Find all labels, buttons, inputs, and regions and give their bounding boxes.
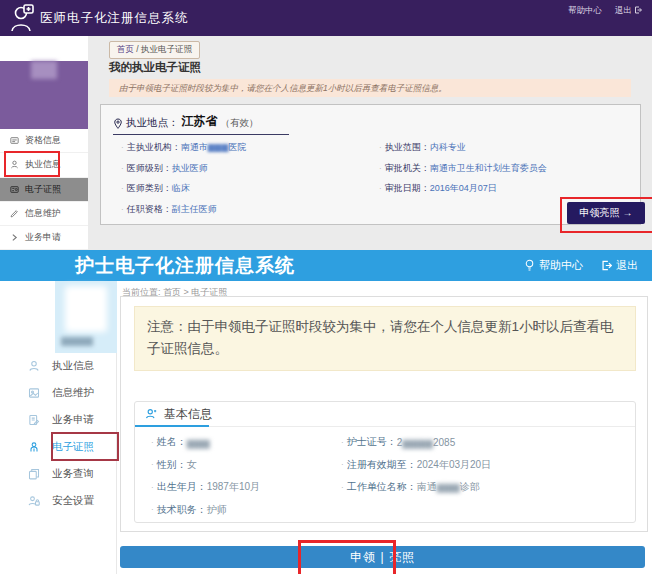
field-row: ·技术职务：护师 bbox=[151, 503, 341, 517]
field-row: ·出生年月：1987年10月 bbox=[151, 480, 341, 494]
sidebar-item-practice-info[interactable]: 执业信息 bbox=[22, 352, 117, 379]
field-row: ·审批日期：2016年04月07日 bbox=[379, 182, 637, 195]
blurred-user-name bbox=[31, 61, 57, 79]
sidebar-item-business-apply[interactable]: 业务申请 bbox=[22, 406, 117, 433]
notice-banner: 注意：由于申领电子证照时段较为集中，请您在个人信息更新1小时以后查看电子证照信息… bbox=[134, 306, 636, 371]
location-pin-icon bbox=[113, 118, 123, 130]
license-card: 执业地点： 江苏省 （有效） ·主执业机构：南通市▆▆▆医院 ·医师级别：执业医… bbox=[100, 104, 641, 225]
breadcrumb: 首页 / 执业电子证照 bbox=[109, 41, 200, 59]
app-title: 医师电子化注册信息系统 bbox=[40, 0, 189, 36]
badge-icon bbox=[28, 441, 40, 453]
field-row: ·医师级别：执业医师 bbox=[121, 162, 379, 175]
logout-icon bbox=[601, 260, 612, 271]
physician-sidebar: 资格信息 执业信息 电子证照 信息维护 业务申请 bbox=[0, 36, 89, 250]
user-panel bbox=[55, 281, 117, 353]
help-center-link[interactable]: 帮助中心 bbox=[568, 0, 602, 20]
field-row: ·工作单位名称：南通▆▆▆诊部 bbox=[341, 480, 621, 494]
frame-icon bbox=[28, 387, 40, 399]
sidebar-item-qualification-info[interactable]: 资格信息 bbox=[0, 129, 88, 153]
fields-right: ·护士证号：2▆▆▆▆2085 ·注册有效期至：2024年03月20日 ·工作单… bbox=[341, 435, 621, 525]
sidebar-item-practice-info[interactable]: 执业信息 bbox=[0, 153, 88, 177]
sidebar-item-business-query[interactable]: 业务查询 bbox=[22, 460, 117, 487]
field-row: ·医师类别：临床 bbox=[121, 182, 379, 195]
nurse-main-card: 注意：由于申领电子证照时段较为集中，请您在个人信息更新1小时以后查看电子证照信息… bbox=[120, 296, 648, 532]
field-row: ·姓名：▆▆▆ bbox=[151, 435, 341, 449]
apply-license-button[interactable]: 申领 | 亮照 bbox=[120, 546, 645, 568]
person-icon bbox=[28, 360, 40, 372]
logout-icon bbox=[634, 6, 642, 14]
chevron-right-icon bbox=[10, 233, 19, 242]
fields-left: ·姓名：▆▆▆ ·性别：女 ·出生年月：1987年10月 ·技术职务：护师 bbox=[151, 435, 341, 525]
sidebar-item-e-license[interactable]: 电子证照 bbox=[22, 433, 117, 460]
card-icon bbox=[10, 136, 19, 145]
basic-info-fields: ·姓名：▆▆▆ ·性别：女 ·出生年月：1987年10月 ·技术职务：护师 ·护… bbox=[151, 435, 621, 525]
sidebar-item-business-apply[interactable]: 业务申请 bbox=[0, 226, 88, 250]
nurse-menu: 执业信息 信息维护 业务申请 电子证照 业务查询 bbox=[22, 352, 117, 514]
field-row: ·性别：女 bbox=[151, 458, 341, 472]
blurred-avatar bbox=[65, 286, 107, 332]
sidebar-item-e-license[interactable]: 电子证照 bbox=[0, 178, 88, 202]
user-panel bbox=[0, 61, 88, 129]
field-row: ·任职资格：副主任医师 bbox=[121, 203, 379, 216]
field-row: ·审批机关：南通市卫生和计划生育委员会 bbox=[379, 162, 637, 175]
header-accent-bar bbox=[135, 425, 209, 427]
fields-left: ·主执业机构：南通市▆▆▆医院 ·医师级别：执业医师 ·医师类别：临床 ·任职资… bbox=[121, 141, 379, 223]
physician-system-window: 医师电子化注册信息系统 帮助中心 退出 bbox=[0, 0, 652, 250]
sidebar-item-security-settings[interactable]: 安全设置 bbox=[22, 487, 117, 514]
sidebar-item-info-maintenance[interactable]: 信息维护 bbox=[22, 379, 117, 406]
field-row: ·护士证号：2▆▆▆▆2085 bbox=[341, 435, 621, 449]
page: 医师电子化注册信息系统 帮助中心 退出 bbox=[0, 0, 652, 574]
person-icon bbox=[10, 160, 19, 169]
bulb-icon bbox=[524, 259, 535, 272]
field-row: ·主执业机构：南通市▆▆▆医院 bbox=[121, 141, 379, 154]
license-fields: ·主执业机构：南通市▆▆▆医院 ·医师级别：执业医师 ·医师类别：临床 ·任职资… bbox=[121, 141, 637, 223]
basic-info-header: 基本信息 bbox=[135, 402, 635, 427]
field-row: ·注册有效期至：2024年03月20日 bbox=[341, 458, 621, 472]
practice-location-heading: 执业地点： 江苏省 （有效） bbox=[113, 113, 289, 135]
logout-link[interactable]: 退出 bbox=[615, 0, 642, 20]
physician-header: 医师电子化注册信息系统 帮助中心 退出 bbox=[0, 0, 652, 36]
physician-main: 首页 / 执业电子证照 我的执业电子证照 由于申领电子证照时段较为集中，请您在个… bbox=[88, 36, 652, 250]
app-title: 护士电子化注册信息系统 bbox=[75, 250, 295, 281]
basic-info-card: 基本信息 ·姓名：▆▆▆ ·性别：女 ·出生年月：1987年10月 ·技术职务：… bbox=[134, 401, 636, 523]
person-icon bbox=[145, 408, 157, 420]
field-row: ·执业范围：内科专业 bbox=[379, 141, 637, 154]
doc-edit-icon bbox=[28, 414, 40, 426]
apply-license-button[interactable]: 申领亮照 → bbox=[567, 202, 645, 224]
nurse-system-window: 护士电子化注册信息系统 帮助中心 退出 bbox=[0, 250, 652, 574]
sidebar-item-info-maintenance[interactable]: 信息维护 bbox=[0, 202, 88, 226]
pencil-icon bbox=[10, 209, 19, 218]
blurred-user-name bbox=[61, 337, 93, 346]
nurse-sidebar: 执业信息 信息维护 业务申请 电子证照 业务查询 bbox=[0, 281, 117, 574]
physician-logo-icon bbox=[9, 4, 36, 32]
notice-banner: 由于申领电子证照时段较为集中，请您在个人信息更新1小时以后再查看电子证照信息。 bbox=[109, 79, 631, 97]
logout-link[interactable]: 退出 bbox=[601, 258, 638, 273]
breadcrumb-home-link[interactable]: 首页 bbox=[117, 44, 134, 54]
lock-person-icon bbox=[28, 495, 40, 507]
help-center-link[interactable]: 帮助中心 bbox=[524, 258, 583, 273]
copy-icon bbox=[28, 468, 40, 480]
page-title: 我的执业电子证照 bbox=[109, 60, 201, 75]
nurse-header: 护士电子化注册信息系统 帮助中心 退出 bbox=[0, 250, 652, 281]
header-links: 帮助中心 退出 bbox=[568, 0, 642, 20]
badge-icon bbox=[10, 185, 19, 194]
header-links: 帮助中心 退出 bbox=[524, 250, 638, 281]
